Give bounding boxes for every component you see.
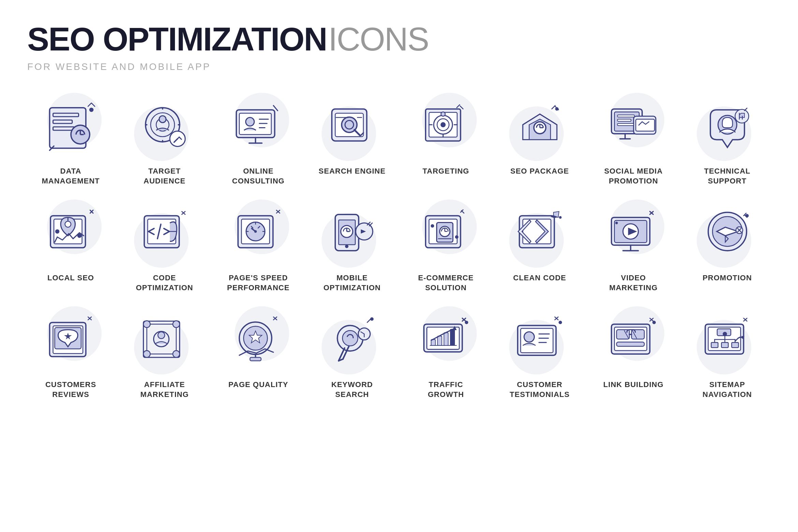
icon-targeting: TARGETING: [402, 93, 489, 186]
icon-clean-code: CLEAN CODE: [496, 200, 583, 293]
icon-sitemap-navigation: SITEMAP NAVIGATION: [684, 306, 771, 399]
svg-rect-169: [721, 343, 728, 348]
icon-label-affiliate-marketing: AFFILIATE MARKETING: [131, 380, 199, 399]
svg-point-74: [345, 245, 348, 248]
svg-point-158: [652, 321, 656, 324]
icon-online-consulting: ONLINE CONSULTING: [215, 93, 302, 186]
icon-page-quality: PAGE QUALITY: [215, 306, 302, 399]
icon-label-keyword-search: KEYWORD SEARCH: [318, 380, 386, 399]
svg-point-39: [441, 112, 445, 116]
icon-label-traffic-growth: TRAFFIC GROWTH: [412, 380, 480, 399]
svg-rect-50: [617, 119, 631, 121]
icon-link-building: LINK BUILDING: [590, 306, 677, 399]
icon-social-media-promotion: SOCIAL MEDIA PROMOTION: [590, 93, 677, 186]
icon-label-seo-package: SEO PACKAGE: [511, 166, 569, 176]
svg-point-150: [559, 321, 562, 324]
svg-rect-155: [617, 342, 644, 346]
icon-label-social-media-promotion: SOCIAL MEDIA PROMOTION: [600, 166, 668, 186]
icon-affiliate-marketing: AFFILIATE MARKETING: [121, 306, 208, 399]
subtitle: FOR WEBSITE AND MOBILE APP: [27, 61, 771, 72]
icon-label-clean-code: CLEAN CODE: [513, 273, 566, 283]
svg-point-143: [465, 321, 468, 324]
svg-point-91: [559, 216, 562, 219]
svg-rect-168: [711, 343, 718, 348]
svg-point-98: [615, 222, 618, 224]
icon-customers-reviews: CUSTOMERS REVIEWS: [27, 306, 114, 399]
icon-label-page-quality: PAGE QUALITY: [228, 380, 288, 390]
svg-point-34: [440, 122, 445, 127]
svg-point-86: [455, 235, 458, 239]
svg-rect-170: [732, 343, 738, 348]
icon-seo-package: SEO PACKAGE: [496, 93, 583, 186]
icon-data-management: DATA MANAGEMENT: [27, 93, 114, 186]
icon-keyword-search: KEYWORD SEARCH: [309, 306, 396, 399]
icon-pages-speed-performance: PAGE'S SPEED PERFORMANCE: [215, 200, 302, 293]
icon-label-data-management: DATA MANAGEMENT: [37, 166, 105, 186]
icon-label-search-engine: SEARCH ENGINE: [319, 166, 385, 176]
svg-rect-51: [617, 123, 634, 125]
svg-point-16: [246, 118, 254, 126]
icon-mobile-optimization: MOBILE OPTIMIZATION: [309, 200, 396, 293]
icon-label-customer-testimonials: CUSTOMER TESTIMONIALS: [506, 380, 574, 399]
svg-point-104: [745, 214, 749, 218]
svg-point-57: [55, 230, 59, 234]
icon-local-seo: LOCAL SEO: [27, 200, 114, 293]
svg-point-133: [370, 317, 373, 321]
svg-point-114: [143, 351, 150, 357]
icon-label-video-marketing: VIDEO MARKETING: [600, 273, 668, 293]
svg-rect-124: [250, 357, 261, 361]
icon-target-audience: TARGET AUDIENCE: [121, 93, 208, 186]
icon-traffic-growth: TRAFFIC GROWTH: [402, 306, 489, 399]
svg-rect-154: [631, 330, 644, 339]
svg-point-111: [158, 332, 165, 339]
icon-promotion: PROMOTION: [684, 200, 771, 293]
icons-grid: DATA MANAGEMENT TARGET AUDIENCE: [27, 93, 771, 400]
icon-code-optimization: CODE OPTIMIZATION: [121, 200, 208, 293]
svg-point-113: [173, 321, 179, 328]
icon-label-local-seo: LOCAL SEO: [47, 273, 94, 283]
icon-label-link-building: LINK BUILDING: [603, 380, 664, 390]
icon-label-targeting: TARGETING: [423, 166, 469, 176]
svg-point-71: [254, 230, 257, 233]
icon-search-engine: SEARCH ENGINE: [309, 93, 396, 186]
icon-label-pages-speed: PAGE'S SPEED PERFORMANCE: [224, 273, 293, 293]
icon-label-customers-reviews: CUSTOMERS REVIEWS: [37, 380, 105, 399]
icon-customer-testimonials: CUSTOMER TESTIMONIALS: [496, 306, 583, 399]
svg-rect-49: [617, 115, 634, 117]
title-bold: SEO OPTIMIZATION: [27, 21, 327, 57]
icon-label-sitemap-navigation: SITEMAP NAVIGATION: [693, 380, 762, 399]
icon-label-online-consulting: ONLINE CONSULTING: [224, 166, 293, 186]
title-light: ICONS: [328, 21, 429, 57]
svg-point-146: [524, 332, 534, 342]
icon-technical-support: TECHNICAL SUPPORT: [684, 93, 771, 186]
icon-label-e-commerce: E-COMMERCE SOLUTION: [412, 273, 480, 293]
svg-point-85: [431, 224, 434, 228]
svg-point-115: [173, 351, 179, 357]
icon-label-target-audience: TARGET AUDIENCE: [131, 166, 199, 186]
svg-rect-141: [450, 329, 455, 346]
icon-label-promotion: PROMOTION: [703, 273, 752, 283]
svg-point-11: [159, 116, 166, 123]
svg-point-43: [555, 107, 559, 111]
svg-rect-140: [444, 333, 448, 346]
page-title: SEO OPTIMIZATION ICONS: [27, 20, 771, 58]
svg-point-7: [89, 108, 93, 112]
icon-label-code-optimization: CODE OPTIMIZATION: [131, 273, 199, 293]
svg-point-126: [342, 331, 358, 346]
icon-video-marketing: VIDEO MARKETING: [590, 200, 677, 293]
svg-rect-139: [438, 336, 442, 346]
icon-label-mobile-optimization: MOBILE OPTIMIZATION: [318, 273, 386, 293]
icon-e-commerce-solution: E-COMMERCE SOLUTION: [402, 200, 489, 293]
svg-point-56: [65, 221, 71, 227]
icon-label-technical-support: TECHNICAL SUPPORT: [693, 166, 762, 186]
svg-point-112: [143, 321, 150, 328]
